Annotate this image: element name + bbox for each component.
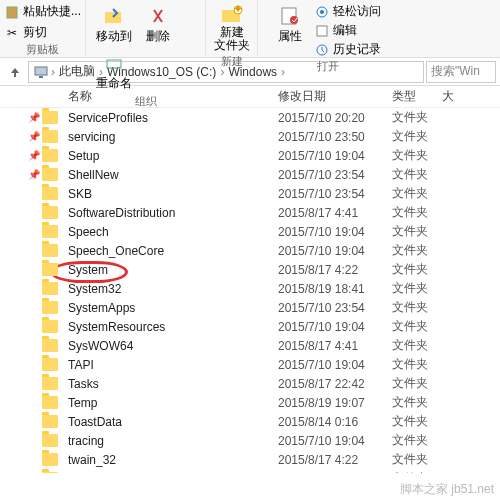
clipboard-group-label: 剪贴板: [26, 42, 59, 59]
svg-point-9: [320, 10, 324, 14]
file-name: servicing: [68, 130, 278, 144]
file-date: 2015/7/10 19:04: [278, 244, 392, 258]
file-name: Setup: [68, 149, 278, 163]
new-folder-icon: ✦: [220, 2, 244, 26]
paste-shortcut-button[interactable]: 粘贴快捷...: [0, 2, 85, 21]
table-row[interactable]: System322015/8/19 18:41文件夹: [0, 279, 500, 298]
table-row[interactable]: Speech2015/7/10 19:04文件夹: [0, 222, 500, 241]
svg-text:✦: ✦: [233, 4, 243, 16]
watermark: 脚本之家 jb51.net: [400, 481, 494, 498]
col-size[interactable]: 大: [442, 88, 454, 105]
rename-button[interactable]: 重命名: [90, 49, 138, 94]
folder-icon: [42, 453, 68, 466]
table-row[interactable]: System2015/8/17 4:22文件夹: [0, 260, 500, 279]
file-name: SoftwareDistribution: [68, 206, 278, 220]
table-row[interactable]: twain_322015/8/17 4:22文件夹: [0, 450, 500, 469]
file-type: 文件夹: [392, 299, 442, 316]
file-date: 2015/7/10 19:04: [278, 358, 392, 372]
file-type: 文件夹: [392, 394, 442, 411]
table-row[interactable]: SystemApps2015/7/10 23:54文件夹: [0, 298, 500, 317]
easy-access-button[interactable]: 轻松访问: [310, 2, 385, 21]
easy-icon: [314, 4, 330, 20]
table-row[interactable]: vpnplugins2013/8/22 23:3文件夹: [0, 469, 500, 473]
file-name: System: [68, 263, 278, 277]
table-row[interactable]: ToastData2015/8/14 0:16文件夹: [0, 412, 500, 431]
folder-icon: [42, 130, 68, 143]
file-date: 2015/8/17 4:41: [278, 339, 392, 353]
file-name: vpnplugins: [68, 472, 278, 474]
breadcrumb-bar: › 此电脑 › Windows10_OS (C:) › Windows › 搜索…: [0, 58, 500, 86]
folder-icon: [42, 358, 68, 371]
table-row[interactable]: SoftwareDistribution2015/8/17 4:41文件夹: [0, 203, 500, 222]
file-date: 2015/8/17 22:42: [278, 377, 392, 391]
table-row[interactable]: TAPI2015/7/10 19:04文件夹: [0, 355, 500, 374]
file-type: 文件夹: [392, 470, 442, 473]
rename-label: 重命名: [96, 75, 132, 92]
svg-rect-13: [39, 76, 43, 78]
file-type: 文件夹: [392, 337, 442, 354]
file-name: SystemResources: [68, 320, 278, 334]
edit-button[interactable]: 编辑: [310, 21, 385, 40]
file-type: 文件夹: [392, 109, 442, 126]
scissors-icon: ✂: [4, 25, 20, 41]
file-name: tracing: [68, 434, 278, 448]
svg-point-7: [290, 16, 298, 24]
table-row[interactable]: 📌ServiceProfiles2015/7/10 20:20文件夹: [0, 108, 500, 127]
properties-label: 属性: [278, 28, 302, 45]
file-name: SysWOW64: [68, 339, 278, 353]
table-row[interactable]: SysWOW642015/8/17 4:41文件夹: [0, 336, 500, 355]
folder-icon: [42, 187, 68, 200]
easy-label: 轻松访问: [333, 3, 381, 20]
folder-icon: [42, 263, 68, 276]
history-button[interactable]: 历史记录: [310, 40, 385, 59]
new-folder-button[interactable]: ✦ 新建 文件夹: [208, 0, 256, 54]
pin-icon: 📌: [28, 169, 42, 180]
col-type[interactable]: 类型: [392, 88, 442, 105]
properties-button[interactable]: 属性: [272, 2, 308, 47]
file-name: Speech: [68, 225, 278, 239]
file-name: Tasks: [68, 377, 278, 391]
file-date: 2015/8/19 18:41: [278, 282, 392, 296]
folder-icon: [42, 415, 68, 428]
table-row[interactable]: 📌Setup2015/7/10 19:04文件夹: [0, 146, 500, 165]
file-date: 2015/7/10 23:54: [278, 168, 392, 182]
file-type: 文件夹: [392, 223, 442, 240]
table-row[interactable]: Tasks2015/8/17 22:42文件夹: [0, 374, 500, 393]
folder-icon: [42, 396, 68, 409]
paste-shortcut-label: 粘贴快捷...: [23, 3, 81, 20]
table-row[interactable]: 📌ShellNew2015/7/10 23:54文件夹: [0, 165, 500, 184]
file-name: twain_32: [68, 453, 278, 467]
col-date[interactable]: 修改日期: [278, 88, 392, 105]
file-name: ServiceProfiles: [68, 111, 278, 125]
delete-icon: [146, 4, 170, 28]
delete-button[interactable]: 删除: [140, 2, 176, 47]
folder-icon: [42, 168, 68, 181]
table-row[interactable]: SKB2015/7/10 23:54文件夹: [0, 184, 500, 203]
folder-icon: [42, 339, 68, 352]
properties-icon: [278, 4, 302, 28]
table-row[interactable]: Temp2015/8/19 19:07文件夹: [0, 393, 500, 412]
file-name: Speech_OneCore: [68, 244, 278, 258]
up-button[interactable]: [4, 61, 26, 83]
file-date: 2015/7/10 19:04: [278, 149, 392, 163]
column-headers: 名称 修改日期 类型 大: [0, 86, 500, 108]
move-to-button[interactable]: 移动到: [90, 2, 138, 47]
cut-button[interactable]: ✂ 剪切: [0, 23, 85, 42]
history-label: 历史记录: [333, 41, 381, 58]
table-row[interactable]: tracing2015/7/10 19:04文件夹: [0, 431, 500, 450]
table-row[interactable]: 📌servicing2015/7/10 23:50文件夹: [0, 127, 500, 146]
table-row[interactable]: SystemResources2015/7/10 19:04文件夹: [0, 317, 500, 336]
pin-icon: 📌: [28, 150, 42, 161]
new-group-label: 新建: [221, 54, 243, 71]
table-row[interactable]: Speech_OneCore2015/7/10 19:04文件夹: [0, 241, 500, 260]
file-name: ToastData: [68, 415, 278, 429]
search-input[interactable]: 搜索"Win: [426, 61, 496, 83]
ribbon: 粘贴快捷... ✂ 剪切 剪贴板 移动到 删除 重命名 组织: [0, 0, 500, 58]
folder-icon: [42, 301, 68, 314]
svg-rect-2: [107, 60, 121, 68]
file-date: 2015/8/17 4:22: [278, 263, 392, 277]
file-type: 文件夹: [392, 128, 442, 145]
move-icon: [102, 4, 126, 28]
file-type: 文件夹: [392, 280, 442, 297]
svg-rect-10: [317, 26, 327, 36]
